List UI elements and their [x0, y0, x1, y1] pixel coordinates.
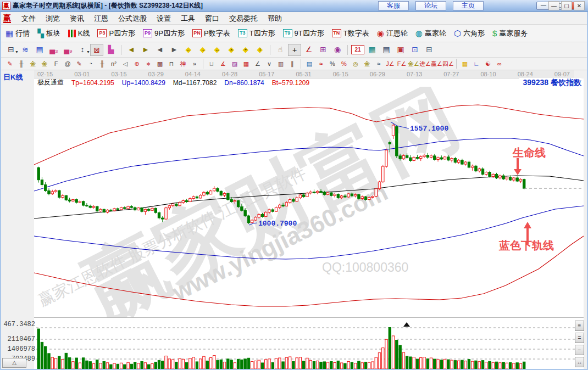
- trend-lines-button[interactable]: ∥: [287, 59, 298, 69]
- save-button[interactable]: ▣: [394, 44, 407, 56]
- report-button[interactable]: ▤: [380, 44, 393, 56]
- candle-style-button[interactable]: ⊟▼: [4, 44, 18, 56]
- menu-item-0[interactable]: 文件: [16, 13, 41, 24]
- gann-web-button[interactable]: ∗: [143, 59, 154, 69]
- shen-tool-button[interactable]: 神: [177, 59, 188, 69]
- hand-button[interactable]: ☝: [274, 44, 287, 56]
- fibonacci-button[interactable]: F: [51, 59, 62, 69]
- menu-item-4[interactable]: 公式选股: [113, 13, 152, 24]
- hexagon-button[interactable]: ⬡六角形: [454, 29, 485, 38]
- p-square-button[interactable]: P3P四方形: [97, 29, 135, 38]
- percent-button[interactable]: %: [327, 59, 338, 69]
- volume-pane[interactable]: [34, 317, 584, 370]
- step-right-button[interactable]: ►: [168, 44, 181, 56]
- flag-chart-button[interactable]: ▙: [104, 44, 118, 56]
- menu-item-9[interactable]: 帮助: [263, 13, 287, 24]
- crosshair-button[interactable]: +: [288, 44, 301, 56]
- mind-tool-button[interactable]: ◉: [331, 44, 344, 56]
- gold-circle-button[interactable]: ◎: [350, 59, 361, 69]
- win-angle-button[interactable]: 赢∠: [431, 59, 442, 69]
- diamond-right-button[interactable]: ◆→: [196, 44, 209, 56]
- stats-column-button[interactable]: ▤: [304, 59, 315, 69]
- si-angle-button[interactable]: 四∠: [442, 59, 453, 69]
- j-angle-button[interactable]: J∠: [385, 59, 396, 69]
- gann-target-button[interactable]: ⊕: [131, 59, 142, 69]
- yellow-grid-button[interactable]: ▦: [459, 59, 470, 69]
- quotes-button[interactable]: ▦行情: [5, 29, 30, 38]
- diamond-vert-button[interactable]: ◆↕: [253, 44, 267, 56]
- percent-zone-button[interactable]: ≈: [315, 59, 326, 69]
- grid-box-button[interactable]: ▦: [241, 59, 252, 69]
- angle-line-button[interactable]: ∠: [252, 59, 263, 69]
- vol-slider-button[interactable]: ↔: [575, 357, 584, 367]
- pattern-box-button[interactable]: ⊠: [90, 44, 103, 56]
- diamond-shrink-button[interactable]: ◆×: [225, 44, 238, 56]
- frame-tool-button[interactable]: ⊔: [206, 59, 217, 69]
- 9t-square-button[interactable]: T99T四方形: [283, 29, 324, 38]
- price-grid-button[interactable]: ▥: [275, 59, 286, 69]
- candlestick-chart[interactable]: [34, 87, 584, 317]
- vol-scale-small-button[interactable]: −: [575, 345, 584, 355]
- gold-ratio-2-button[interactable]: 金: [39, 59, 50, 69]
- k-mark-button[interactable]: ⊓: [166, 59, 177, 69]
- export-button[interactable]: ⊟: [423, 44, 436, 56]
- gold-ratio-1-button[interactable]: 金: [27, 59, 38, 69]
- menu-item-6[interactable]: 工具: [176, 13, 200, 24]
- t-number-table-button[interactable]: TNT数字表: [332, 29, 369, 38]
- menu-item-5[interactable]: 设置: [152, 13, 176, 24]
- volume-expand-button[interactable]: △: [2, 358, 26, 368]
- diamond-plus-button[interactable]: ◆+: [239, 44, 252, 56]
- 9p-square-button[interactable]: P99P四方形: [143, 29, 185, 38]
- menu-item-3[interactable]: 江恩: [89, 13, 113, 24]
- fan-lines-button[interactable]: ∡: [218, 59, 229, 69]
- spiral-button[interactable]: @: [62, 59, 73, 69]
- gold-line-button[interactable]: 金: [362, 59, 373, 69]
- n-square-button[interactable]: n²: [108, 59, 119, 69]
- candle-tool-button[interactable]: ↕▼: [76, 44, 89, 56]
- t-square-button[interactable]: T3T四方形: [238, 29, 275, 38]
- vol-scale-large-button[interactable]: ≡: [575, 321, 584, 331]
- calculator-button[interactable]: ▦: [365, 44, 379, 56]
- web-doc-button[interactable]: ⊡: [408, 44, 421, 56]
- angle-measure-button[interactable]: ∠°: [302, 44, 315, 56]
- wave-tool-2-button[interactable]: ≈: [373, 59, 384, 69]
- wave-angle-button[interactable]: ∨: [264, 59, 275, 69]
- gann-grid-tool-button[interactable]: ⊞: [317, 44, 330, 56]
- mdi-close-button[interactable]: ✕: [574, 1, 585, 10]
- bars-9-button[interactable]: ▄₉: [62, 44, 75, 56]
- menu-item-8[interactable]: 交易委托: [224, 13, 263, 24]
- line-chart-button[interactable]: ∟: [471, 59, 482, 69]
- grid-ruler-button[interactable]: ╫: [97, 59, 108, 69]
- mdi-minimize-button[interactable]: —: [548, 1, 559, 10]
- angle-ruler-button[interactable]: ◁: [120, 59, 131, 69]
- more-button[interactable]: »: [189, 59, 200, 69]
- diamond-expand-button[interactable]: ◆↔: [210, 44, 224, 56]
- titlebar-button-0[interactable]: 客服: [378, 1, 409, 10]
- fan-box-button[interactable]: ▨: [229, 59, 240, 69]
- gann-wheel-button[interactable]: ◉江恩轮: [377, 29, 408, 38]
- calendar-button[interactable]: 21: [351, 45, 364, 54]
- percent-line-button[interactable]: %: [339, 59, 350, 69]
- notes-button[interactable]: ▤: [33, 44, 46, 56]
- infinity-button[interactable]: ∞: [494, 59, 505, 69]
- bars-3-button[interactable]: ▄₃: [47, 44, 60, 56]
- winner-service-button[interactable]: $赢家服务: [492, 29, 528, 38]
- time-cycle-button[interactable]: ◔: [85, 59, 96, 69]
- gold-angle-button[interactable]: 金∠: [408, 59, 419, 69]
- draw-pencil-button[interactable]: ✎: [4, 59, 15, 69]
- go-first-button[interactable]: ◄: [125, 44, 138, 56]
- p-number-table-button[interactable]: PNP数字表: [192, 29, 230, 38]
- menu-item-2[interactable]: 资讯: [65, 13, 89, 24]
- menu-item-7[interactable]: 窗口: [200, 13, 224, 24]
- winner-wheel-button[interactable]: ◍赢家轮: [415, 29, 446, 38]
- time-ruler-button[interactable]: ╫: [16, 59, 27, 69]
- step-left-button[interactable]: ◄: [153, 44, 167, 56]
- sectors-button[interactable]: ▚板块: [37, 29, 60, 38]
- volume-chart[interactable]: [34, 318, 584, 370]
- wave-tool-button[interactable]: ≋: [19, 44, 32, 56]
- mdi-restore-button[interactable]: ▢: [561, 1, 572, 10]
- diamond-left-button[interactable]: ◆←: [182, 44, 195, 56]
- gann-box-grid-button[interactable]: ▩: [154, 59, 165, 69]
- go-last-button[interactable]: ►: [139, 44, 152, 56]
- titlebar-button-1[interactable]: 论坛: [415, 1, 446, 10]
